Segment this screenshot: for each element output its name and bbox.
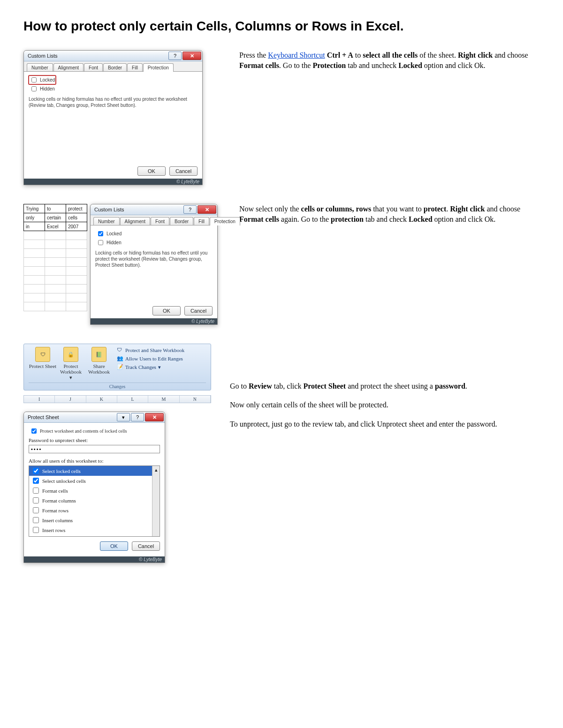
protect-contents-checkbox[interactable]: Protect worksheet and contents of locked… — [29, 427, 160, 435]
scrollbar[interactable]: ▴ — [152, 466, 160, 536]
dialog-titlebar: Protect Sheet ▾ ? ✕ — [24, 412, 165, 423]
tab-border[interactable]: Border — [103, 63, 127, 72]
step3-instruction-1: Go to Review tab, click Protect Sheet an… — [230, 381, 540, 391]
perm-insert-columns[interactable]: Insert columns — [29, 515, 160, 525]
track-icon: 📝 — [117, 364, 123, 370]
tab-font[interactable]: Font — [151, 217, 169, 225]
password-label: Password to unprotect sheet: — [29, 437, 160, 443]
tab-fill[interactable]: Fill — [127, 63, 143, 72]
ribbon-group-label: Changes — [29, 383, 206, 389]
users-icon: 👥 — [117, 355, 123, 362]
step3-instruction-2: Now only certain cells of the sheet will… — [230, 400, 540, 410]
hidden-checkbox-row[interactable]: Hidden — [95, 238, 213, 247]
perm-format-cells[interactable]: Format cells — [29, 486, 160, 495]
locked-checkbox[interactable] — [98, 231, 103, 236]
hidden-label: Hidden — [40, 86, 55, 91]
step3-instruction-3: To unprotect, just go to the review tab,… — [230, 419, 540, 429]
step-2: Tryingtoprotect onlycertaincells inExcel… — [23, 204, 540, 325]
protect-sheet-dialog: Protect Sheet ▾ ? ✕ Protect worksheet an… — [23, 412, 165, 563]
password-input[interactable] — [29, 445, 160, 453]
permissions-list[interactable]: Select locked cells Select unlocked cell… — [29, 465, 160, 537]
close-button[interactable]: ✕ — [145, 413, 164, 421]
locked-checkbox-row[interactable]: Locked — [95, 229, 213, 238]
dialog-tabs: Number Alignment Font Border Fill Protec… — [24, 61, 202, 72]
perm-select-locked[interactable]: Select locked cells — [29, 466, 160, 476]
close-button[interactable]: ✕ — [183, 52, 201, 60]
page-title: How to protect only certain Cells, Colum… — [23, 19, 540, 34]
share-workbook-button[interactable]: 📗Share Workbook — [85, 347, 113, 375]
close-button[interactable]: ✕ — [198, 205, 216, 214]
custom-lists-dialog-checked: Custom Lists ? ✕ Number Alignment Font B… — [90, 204, 218, 325]
share-icon: 📗 — [91, 347, 107, 362]
shield-icon: 🛡 — [35, 347, 50, 362]
tab-border[interactable]: Border — [170, 217, 193, 225]
cancel-button[interactable]: Cancel — [184, 306, 213, 315]
dialog-titlebar: Custom Lists ? ✕ — [91, 204, 217, 215]
protection-note: Locking cells or hiding formulas has no … — [29, 96, 198, 108]
cancel-button[interactable]: Cancel — [169, 166, 198, 176]
track-changes-button[interactable]: 📝Track Changes ▾ — [117, 364, 184, 370]
cancel-button[interactable]: Cancel — [132, 541, 160, 551]
tab-protection[interactable]: Protection — [143, 63, 174, 72]
ok-button[interactable]: OK — [100, 541, 128, 551]
ok-button[interactable]: OK — [137, 166, 166, 176]
dialog-titlebar: Custom Lists ? ✕ — [24, 51, 202, 61]
tab-number[interactable]: Number — [93, 217, 120, 225]
protect-sheet-button[interactable]: 🛡Protect Sheet — [29, 347, 57, 369]
review-ribbon: 🛡Protect Sheet 🔒Protect Workbook ▾ 📗Shar… — [23, 344, 211, 390]
help-button[interactable]: ? — [168, 52, 182, 60]
tab-protection[interactable]: Protection — [210, 217, 240, 225]
locked-checkbox-row[interactable]: Locked — [29, 75, 56, 84]
step-3: 🛡Protect Sheet 🔒Protect Workbook ▾ 📗Shar… — [23, 344, 540, 563]
perm-insert-rows[interactable]: Insert rows — [29, 525, 160, 535]
protect-workbook-button[interactable]: 🔒Protect Workbook ▾ — [57, 347, 85, 381]
locked-checkbox[interactable] — [31, 77, 37, 83]
hidden-checkbox[interactable] — [31, 86, 37, 91]
minimize-icon[interactable]: ▾ — [117, 413, 130, 421]
custom-lists-dialog-unchecked: Custom Lists ? ✕ Number Alignment Font B… — [23, 50, 203, 185]
dialog-title-text: Custom Lists — [28, 53, 58, 59]
perm-insert-hyperlinks[interactable]: Insert hyperlinks — [29, 535, 160, 537]
lock-icon: 🔒 — [63, 347, 78, 362]
keyboard-shortcut-link[interactable]: Keyboard Shortcut — [268, 51, 325, 59]
step-1: Custom Lists ? ✕ Number Alignment Font B… — [23, 50, 540, 185]
perm-format-rows[interactable]: Format rows — [29, 505, 160, 515]
column-headers: IJKLMN — [23, 395, 211, 403]
tab-alignment[interactable]: Alignment — [53, 63, 84, 72]
permissions-label: Allow all users of this worksheet to: — [29, 458, 160, 464]
step1-instruction: Press the Keyboard Shortcut Ctrl + A to … — [239, 50, 540, 71]
help-button[interactable]: ? — [183, 205, 197, 214]
tab-number[interactable]: Number — [27, 63, 53, 72]
protect-share-button[interactable]: 🛡Protect and Share Workbook — [117, 347, 184, 353]
ok-button[interactable]: OK — [152, 306, 181, 315]
allow-edit-ranges-button[interactable]: 👥Allow Users to Edit Ranges — [117, 355, 184, 362]
locked-label: Locked — [40, 77, 55, 83]
perm-format-columns[interactable]: Format columns — [29, 495, 160, 505]
help-button[interactable]: ? — [131, 413, 144, 421]
tab-fill[interactable]: Fill — [194, 217, 209, 225]
perm-select-unlocked[interactable]: Select unlocked cells — [29, 476, 160, 486]
tab-alignment[interactable]: Alignment — [120, 217, 150, 225]
hidden-checkbox[interactable] — [98, 240, 103, 245]
tab-font[interactable]: Font — [84, 63, 103, 72]
protect-share-icon: 🛡 — [117, 347, 123, 353]
watermark: © LyteByte — [24, 179, 202, 185]
hidden-checkbox-row[interactable]: Hidden — [29, 84, 198, 93]
excel-cells-sample: Tryingtoprotect onlycertaincells inExcel… — [23, 204, 87, 311]
step2-instruction: Now select only the cells or columns, ro… — [239, 204, 540, 225]
